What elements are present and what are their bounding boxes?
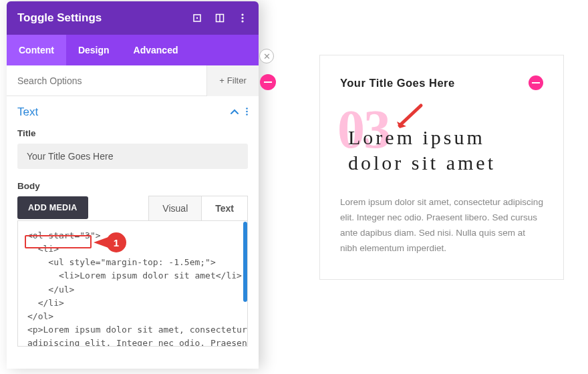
preview-heading: Lorem ipsum dolor sit amet — [340, 105, 543, 175]
svg-point-1 — [196, 17, 198, 19]
plus-icon: + — [219, 75, 225, 85]
title-label: Title — [17, 128, 248, 138]
collapse-toggle-icon[interactable] — [529, 75, 543, 90]
svg-point-4 — [241, 13, 243, 15]
body-label: Body — [17, 181, 248, 191]
settings-panel: Toggle Settings Content Design Advanced … — [7, 1, 259, 369]
layout-icon[interactable] — [214, 13, 225, 23]
section-title: Text — [17, 106, 38, 119]
chevron-up-icon[interactable] — [230, 106, 239, 118]
close-icon[interactable]: ✕ — [259, 49, 274, 63]
kebab-menu-icon[interactable] — [237, 13, 248, 23]
scrollbar-thumb[interactable] — [243, 222, 247, 302]
filter-label: Filter — [227, 75, 247, 85]
tab-design[interactable]: Design — [66, 35, 122, 65]
search-input[interactable] — [7, 75, 206, 86]
tab-advanced[interactable]: Advanced — [122, 35, 190, 65]
panel-title: Toggle Settings — [17, 11, 192, 25]
title-input[interactable] — [17, 144, 248, 169]
code-textarea[interactable] — [17, 221, 248, 347]
editor-wrap — [17, 221, 248, 349]
search-row: + Filter — [7, 65, 259, 96]
preview-header: Your Title Goes Here — [340, 75, 543, 90]
preview-paragraph: Lorem ipsum dolor sit amet, consectetur … — [340, 195, 543, 256]
expand-icon[interactable] — [192, 13, 202, 23]
tab-visual[interactable]: Visual — [148, 196, 202, 220]
add-media-button[interactable]: ADD MEDIA — [17, 196, 88, 219]
svg-point-6 — [241, 20, 243, 22]
header-icon-group — [192, 13, 248, 23]
kebab-menu-icon[interactable] — [246, 106, 248, 118]
main-tabs: Content Design Advanced — [7, 35, 259, 65]
tab-text[interactable]: Text — [201, 196, 248, 220]
section-header: Text — [17, 106, 248, 119]
svg-point-7 — [246, 108, 248, 110]
filter-button[interactable]: + Filter — [206, 65, 259, 96]
svg-point-9 — [246, 114, 248, 116]
svg-point-8 — [246, 111, 248, 113]
svg-point-5 — [241, 17, 243, 19]
section-controls — [230, 106, 248, 118]
panel-header: Toggle Settings — [7, 1, 259, 35]
preview-body: 03 Lorem ipsum dolor sit amet Lorem ipsu… — [340, 105, 543, 256]
preview-card: Your Title Goes Here 03 Lorem ipsum dolo… — [319, 55, 564, 280]
preview-title: Your Title Goes Here — [340, 77, 455, 89]
tab-content[interactable]: Content — [7, 35, 66, 65]
section-text: Text Title Body ADD MEDIA Visual Text — [7, 96, 259, 349]
minus-badge-icon[interactable] — [260, 74, 276, 90]
